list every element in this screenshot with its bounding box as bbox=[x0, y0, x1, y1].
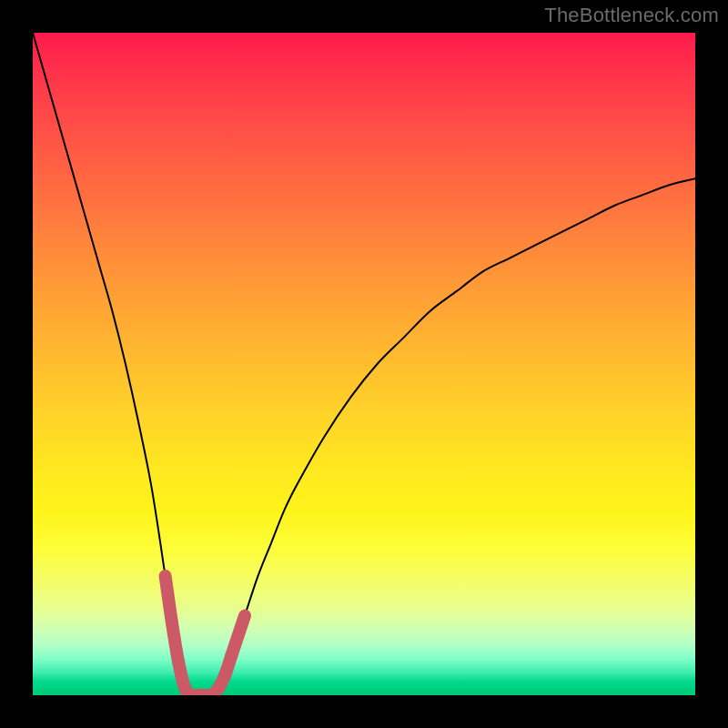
chart-frame: TheBottleneck.com bbox=[0, 0, 728, 728]
optimal-zone-dot bbox=[172, 656, 185, 669]
optimal-zone-dot bbox=[218, 669, 231, 682]
plot-area bbox=[33, 33, 695, 695]
optimal-zone-marker bbox=[166, 576, 245, 695]
optimal-zone-dot bbox=[225, 649, 238, 662]
optimal-zone-dot bbox=[212, 682, 225, 695]
watermark-text: TheBottleneck.com bbox=[544, 4, 719, 27]
curve-line bbox=[33, 33, 695, 695]
bottleneck-curve bbox=[33, 33, 695, 695]
optimal-zone-dot bbox=[166, 616, 178, 629]
